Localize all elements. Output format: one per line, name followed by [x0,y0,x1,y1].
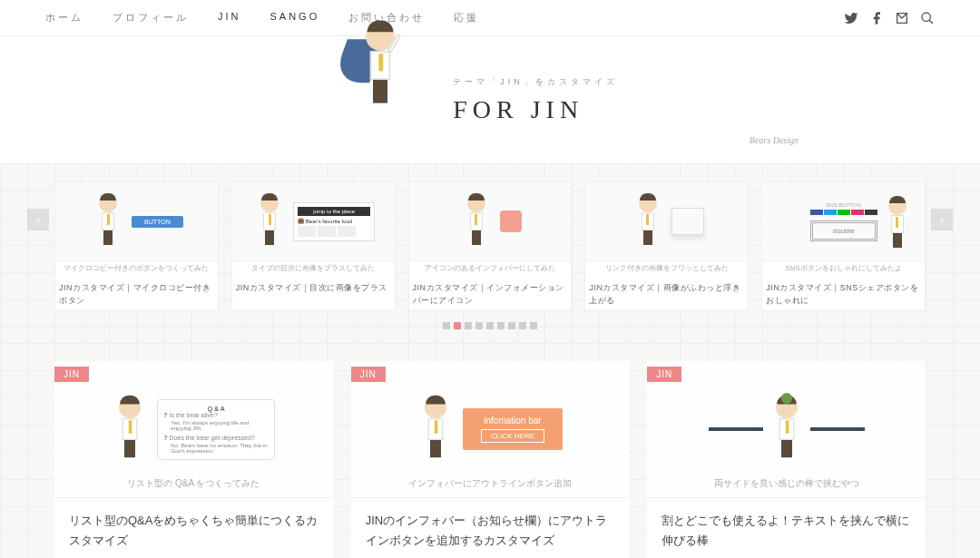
carousel-dot[interactable] [530,322,537,329]
post-tag: JIN [54,367,89,382]
card-caption: リンク付きの画像をフワッとしてみた [585,260,748,275]
card-thumbnail [585,182,748,260]
card-thumbnail: BUTTON [55,182,218,260]
post-thumbnail: infomation barCLICK HERE インフォバーにアウトラインボタ… [351,361,630,497]
post-title: 割とどこでも使えるよ！テキストを挟んで横に伸びる棒 [647,497,926,558]
twitter-icon[interactable] [844,11,858,25]
card-caption: アイコンのあるインフォバーにしてみた [409,260,572,275]
carousel-prev[interactable]: ‹ [27,209,49,230]
hero-subtitle: テーマ「JIN」をカスタマイズ [453,76,618,88]
carousel-section: ‹ › JIN BUTTON マイクロコピー付きのボタンをつくってみた JINカ… [0,163,980,343]
carousel-next[interactable]: › [931,209,953,230]
post-thumb-caption: リスト型の Q&A をつくってみた [127,477,260,490]
post-card[interactable]: JIN Q & A? Is the bear alive?Yes. I'm al… [54,361,333,558]
card-title: JINカスタマイズ｜インフォメーションバーにアイコン [409,275,572,310]
carousel-dot[interactable] [486,322,494,329]
carousel-dot[interactable] [454,322,461,329]
card-caption: SNSボタンをおしゃれにしてみたよ [762,260,925,275]
mail-icon[interactable] [895,11,909,25]
card-thumbnail [409,182,572,260]
nav-home[interactable]: ホーム [45,11,83,24]
svg-line-1 [929,20,933,24]
carousel-card[interactable]: JIN アイコンのあるインフォバーにしてみた JINカスタマイズ｜インフォメーシ… [408,181,573,311]
post-card[interactable]: JIN infomation barCLICK HERE インフォバーにアウトラ… [351,361,630,558]
nav-sango[interactable]: SANGO [270,11,320,24]
post-title: JINのインフォバー（お知らせ欄）にアウトラインボタンを追加するカスタマイズ [351,497,630,558]
card-title: JINカスタマイズ｜画像がふわっと浮き上がる [585,275,748,310]
nav-profile[interactable]: プロフィール [113,11,189,24]
post-card[interactable]: JIN 両サイドを良い感じの棒で挟むやつ 割とどこでも使えるよ！テキストを挟んで… [647,361,926,558]
post-thumbnail: Q & A? Is the bear alive?Yes. I'm always… [54,361,333,497]
carousel-card[interactable]: JIN jump to the place🐻 Bear's favorite f… [231,181,396,311]
nav-support[interactable]: 応援 [454,11,479,24]
card-thumbnail: SNS BUTTONdouble [762,182,925,260]
carousel-dot[interactable] [465,322,472,329]
post-thumbnail: 両サイドを良い感じの棒で挟むやつ [647,361,926,497]
post-title: リスト型のQ&Aをめちゃくちゃ簡単につくるカスタマイズ [54,497,333,558]
card-caption: マイクロコピー付きのボタンをつくってみた [55,260,218,275]
post-tag: JIN [647,367,681,382]
carousel-card[interactable]: JIN SNS BUTTONdouble SNSボタンをおしゃれにしてみたよ J… [761,181,926,311]
post-thumb-caption: インフォバーにアウトラインボタン追加 [408,477,572,490]
carousel-dot[interactable] [519,322,526,329]
carousel-dot[interactable] [508,322,515,329]
svg-point-0 [922,13,930,21]
card-title: JINカスタマイズ｜SNSシェアボタンをおしゃれに [762,275,925,310]
hero-mascot [362,54,435,145]
card-title: JINカスタマイズ｜目次に画像をプラス [232,275,395,299]
search-icon[interactable] [920,11,935,25]
card-thumbnail: jump to the place🐻 Bear's favorite food [232,182,395,260]
carousel-card[interactable]: JIN リンク付きの画像をフワッとしてみた JINカスタマイズ｜画像がふわっと浮… [584,181,749,311]
hero-credit: Bears Design [750,135,799,145]
carousel-card[interactable]: JIN BUTTON マイクロコピー付きのボタンをつくってみた JINカスタマイ… [54,181,219,311]
carousel-dot[interactable] [475,322,483,329]
carousel: JIN BUTTON マイクロコピー付きのボタンをつくってみた JINカスタマイ… [0,181,980,311]
nav-jin[interactable]: JIN [218,11,241,24]
nav-social [844,11,935,25]
facebook-icon[interactable] [869,11,884,25]
carousel-dots [0,322,980,329]
posts-section: JIN Q & A? Is the bear alive?Yes. I'm al… [0,343,980,558]
carousel-dot[interactable] [497,322,505,329]
card-title: JINカスタマイズ｜マイクロコピー付きボタン [55,275,218,310]
card-caption: タイプの目次に画像をプラスしてみた [232,260,395,275]
main-navbar: ホーム プロフィール JIN SANGO お問い合わせ 応援 [0,0,980,36]
hero-title: FOR JIN [453,95,618,124]
nav-links: ホーム プロフィール JIN SANGO お問い合わせ 応援 [45,11,479,24]
posts-grid: JIN Q & A? Is the bear alive?Yes. I'm al… [54,361,926,558]
post-thumb-caption: 両サイドを良い感じの棒で挟むやつ [714,477,859,490]
post-tag: JIN [351,367,386,382]
hero: テーマ「JIN」をカスタマイズ FOR JIN Bears Design [0,36,980,163]
carousel-dot[interactable] [443,322,450,329]
